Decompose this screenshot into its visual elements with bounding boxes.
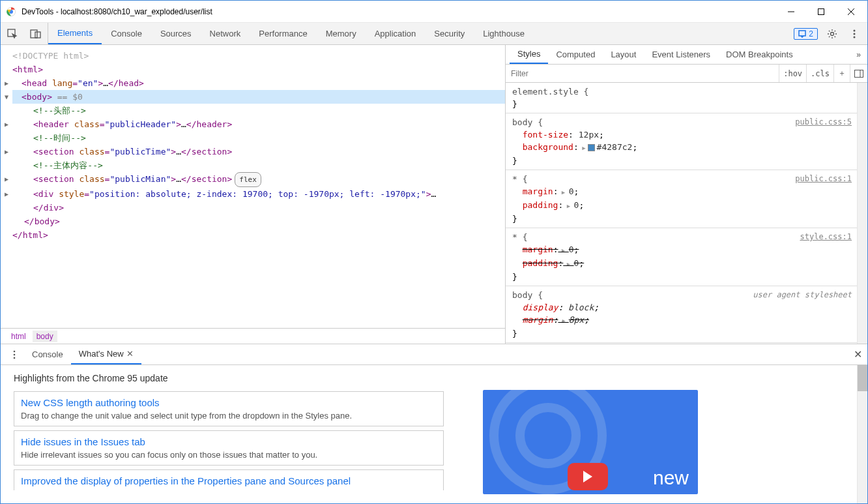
window-title: DevTools - localhost:8080/ch10_war_explo… bbox=[22, 7, 776, 16]
drawer-menu-icon[interactable] bbox=[5, 344, 24, 364]
card-desc: Drag to change the unit value and select… bbox=[21, 411, 437, 421]
styles-pane: Styles Computed Layout Event Listeners D… bbox=[506, 45, 867, 344]
main-toolbar: Elements Console Sources Network Perform… bbox=[1, 23, 867, 45]
tab-application[interactable]: Application bbox=[366, 23, 426, 44]
svg-point-12 bbox=[854, 33, 856, 35]
tab-network[interactable]: Network bbox=[201, 23, 250, 44]
panel-tabs: Elements Console Sources Network Perform… bbox=[48, 23, 534, 44]
stab-computed[interactable]: Computed bbox=[548, 45, 603, 64]
dom-tree[interactable]: <!DOCTYPE html> <html> ▶<head lang="en">… bbox=[1, 45, 505, 328]
svg-rect-14 bbox=[855, 70, 863, 77]
cls-button[interactable]: .cls bbox=[806, 65, 833, 82]
card-desc: Hide irrelevant issues so you can focus … bbox=[21, 450, 437, 460]
svg-rect-7 bbox=[31, 30, 37, 38]
new-rule-button[interactable]: ＋ bbox=[833, 65, 850, 82]
comment: <!--头部--> bbox=[33, 106, 86, 115]
whatsnew-card[interactable]: New CSS length authoring tools Drag to c… bbox=[14, 391, 444, 426]
svg-point-18 bbox=[14, 357, 16, 359]
styles-rules[interactable]: element.style { } public.css:5 body { fo… bbox=[506, 83, 857, 344]
color-swatch[interactable] bbox=[588, 144, 595, 151]
tab-sources[interactable]: Sources bbox=[151, 23, 201, 44]
drawer: Console What's New✕ ✕ Highlights from th… bbox=[1, 344, 867, 503]
tab-memory[interactable]: Memory bbox=[317, 23, 366, 44]
whatsnew-heading: Highlights from the Chrome 95 update bbox=[14, 373, 444, 383]
breadcrumb: html body bbox=[1, 328, 505, 344]
whatsnew-card[interactable]: Improved the display of properties in th… bbox=[14, 469, 444, 490]
ua-stylesheet-label: user agent stylesheet bbox=[753, 289, 852, 301]
card-title: Improved the display of properties in th… bbox=[21, 475, 437, 486]
card-title: New CSS length authoring tools bbox=[21, 397, 437, 408]
stab-layout[interactable]: Layout bbox=[603, 45, 644, 64]
styles-more-icon[interactable]: » bbox=[850, 45, 867, 64]
doctype: <!DOCTYPE html> bbox=[12, 51, 89, 61]
svg-point-17 bbox=[14, 353, 16, 355]
titlebar: DevTools - localhost:8080/ch10_war_explo… bbox=[1, 1, 867, 23]
styles-filter-input[interactable] bbox=[506, 69, 779, 78]
chrome-icon bbox=[6, 7, 16, 17]
drawer-tab-whatsnew[interactable]: What's New✕ bbox=[71, 344, 141, 364]
svg-point-10 bbox=[831, 32, 834, 35]
html-open[interactable]: <html> bbox=[12, 65, 43, 74]
more-icon[interactable] bbox=[846, 26, 862, 42]
source-link[interactable]: style.css:1 bbox=[800, 231, 852, 243]
close-icon[interactable]: ✕ bbox=[126, 349, 134, 359]
promo-text: new bbox=[653, 467, 689, 489]
device-icon[interactable] bbox=[28, 26, 44, 42]
close-button[interactable] bbox=[836, 1, 866, 22]
stab-event[interactable]: Event Listeners bbox=[644, 45, 718, 64]
issues-count: 2 bbox=[809, 29, 813, 38]
stab-styles[interactable]: Styles bbox=[510, 45, 548, 64]
whatsnew-card[interactable]: Hide issues in the Issues tab Hide irrel… bbox=[14, 430, 444, 466]
tab-elements[interactable]: Elements bbox=[48, 23, 102, 44]
minimize-button[interactable] bbox=[776, 1, 806, 22]
elements-panel: <!DOCTYPE html> <html> ▶<head lang="en">… bbox=[1, 45, 506, 344]
tab-console[interactable]: Console bbox=[102, 23, 151, 44]
whatsnew-video[interactable]: new bbox=[483, 390, 698, 494]
drawer-tab-console[interactable]: Console bbox=[24, 344, 71, 364]
hov-button[interactable]: :hov bbox=[779, 65, 806, 82]
svg-rect-8 bbox=[35, 32, 40, 38]
svg-point-11 bbox=[854, 29, 856, 31]
svg-rect-3 bbox=[818, 8, 824, 14]
body-node-selected[interactable]: ▼<body> == $0 bbox=[12, 90, 505, 104]
tab-performance[interactable]: Performance bbox=[250, 23, 316, 44]
flex-badge[interactable]: flex bbox=[235, 172, 261, 187]
inspect-icon[interactable] bbox=[5, 26, 20, 42]
tab-security[interactable]: Security bbox=[425, 23, 474, 44]
svg-point-13 bbox=[854, 36, 856, 38]
source-link[interactable]: public.css:1 bbox=[795, 173, 852, 185]
crumb-body[interactable]: body bbox=[33, 331, 57, 342]
play-icon[interactable] bbox=[568, 463, 608, 490]
gear-icon[interactable] bbox=[824, 26, 840, 42]
svg-point-16 bbox=[14, 350, 16, 352]
maximize-button[interactable] bbox=[806, 1, 836, 22]
drawer-scrollbar[interactable] bbox=[857, 365, 867, 503]
drawer-close-button[interactable]: ✕ bbox=[848, 344, 867, 364]
styles-scrollbar[interactable] bbox=[857, 83, 867, 344]
toggle-sidebar-icon[interactable] bbox=[850, 65, 867, 82]
tab-lighthouse[interactable]: Lighthouse bbox=[474, 23, 534, 44]
svg-rect-9 bbox=[799, 31, 805, 36]
source-link[interactable]: public.css:5 bbox=[795, 116, 852, 128]
stab-dom[interactable]: DOM Breakpoints bbox=[718, 45, 801, 64]
crumb-html[interactable]: html bbox=[7, 331, 30, 342]
issues-badge[interactable]: 2 bbox=[794, 28, 818, 40]
card-title: Hide issues in the Issues tab bbox=[21, 436, 437, 447]
